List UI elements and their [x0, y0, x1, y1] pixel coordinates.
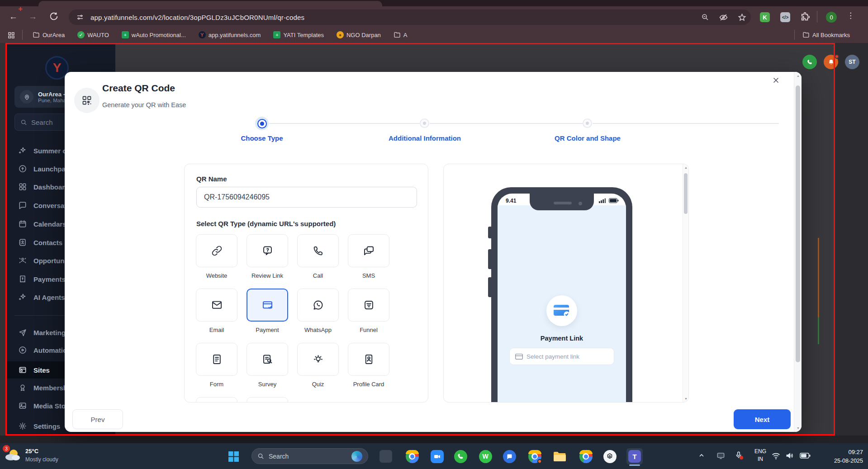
- qr-name-input[interactable]: [196, 187, 417, 208]
- qr-type-call[interactable]: [297, 234, 339, 267]
- taskbar-app-chatgpt[interactable]: [602, 448, 618, 464]
- url-text[interactable]: app.yatifunnels.com/v2/location/3opPGLDz…: [90, 14, 304, 21]
- password-eye-off-icon[interactable]: [719, 13, 728, 22]
- taskbar-app-chrome[interactable]: [404, 448, 420, 464]
- back-button[interactable]: ←: [9, 12, 18, 21]
- qr-type-label: Quiz: [297, 381, 339, 388]
- volume-icon[interactable]: [785, 452, 794, 460]
- taskbar-app-blue-messenger[interactable]: [501, 448, 517, 464]
- qr-type-payment[interactable]: [247, 289, 288, 322]
- next-button[interactable]: Next: [734, 409, 791, 429]
- forward-button[interactable]: →: [28, 12, 37, 21]
- bookmark-star-icon[interactable]: [738, 13, 746, 22]
- sidebar-item-label: Calendars: [33, 220, 66, 228]
- taskbar-search[interactable]: Search: [251, 448, 368, 464]
- step-1-indicator[interactable]: [255, 117, 269, 130]
- taskbar-app-teams[interactable]: T: [626, 448, 643, 464]
- bookmark-label: WAUTO: [87, 32, 109, 38]
- bookmark-ourarea[interactable]: OurArea: [33, 31, 65, 38]
- close-icon[interactable]: [769, 73, 783, 87]
- notifications-bell-icon[interactable]: [824, 55, 838, 69]
- browser-profile-avatar[interactable]: 0: [826, 12, 837, 23]
- search-icon: [20, 119, 27, 126]
- bookmark-app-yatifunnels-com[interactable]: Yapp.yatifunnels.com: [199, 31, 261, 38]
- scroll-down-icon[interactable]: ▼: [683, 397, 689, 400]
- payment-link-select[interactable]: Select payment link: [509, 348, 614, 365]
- reload-button[interactable]: [49, 11, 59, 21]
- qr-type-email[interactable]: [196, 289, 237, 322]
- scroll-down-icon[interactable]: ▼: [794, 426, 802, 430]
- tray-microphone-icon[interactable]: [735, 450, 743, 460]
- qr-type-whatsapp[interactable]: [297, 289, 339, 322]
- preview-scrollbar-thumb[interactable]: [684, 173, 688, 214]
- qr-type-website[interactable]: [196, 234, 237, 267]
- weather-temp[interactable]: 25°C: [25, 448, 38, 455]
- phone-mockup: 9.41 Pa: [491, 187, 632, 403]
- zoom-page-icon[interactable]: [701, 13, 709, 21]
- extension-code-icon[interactable]: </>: [780, 12, 790, 22]
- step-3-label[interactable]: QR Color and Shape: [555, 134, 621, 142]
- language-indicator[interactable]: ENG IN: [752, 448, 769, 464]
- step-1-label[interactable]: Choose Type: [241, 134, 283, 142]
- tray-chevron-icon[interactable]: [698, 452, 705, 459]
- profile-card-icon: [363, 353, 375, 365]
- taskbar-app-chrome-badged[interactable]: [526, 448, 543, 464]
- preview-scrollbar[interactable]: ▲ ▼: [683, 164, 688, 402]
- scroll-up-icon[interactable]: ▲: [683, 166, 689, 169]
- review-icon: [261, 245, 274, 257]
- form-icon: [211, 353, 223, 365]
- extension-k-icon[interactable]: K: [760, 12, 770, 22]
- call-header-icon[interactable]: [802, 55, 817, 69]
- launch-icon: [18, 164, 27, 173]
- qr-type-tile-partial[interactable]: [196, 397, 237, 403]
- taskbar-app-app-window[interactable]: [378, 448, 394, 464]
- phone-speaker: [554, 202, 572, 204]
- step-3-indicator[interactable]: [583, 118, 592, 128]
- qr-type-review-link[interactable]: [247, 234, 288, 267]
- taskbar-app-whatsapp[interactable]: [452, 448, 469, 464]
- card-icon: [515, 354, 523, 360]
- browser-active-tab[interactable]: [38, 1, 382, 6]
- tray-display-icon[interactable]: [716, 451, 725, 460]
- image-icon: [18, 401, 27, 410]
- qr-type-quiz[interactable]: [297, 343, 339, 376]
- qr-type-survey[interactable]: [247, 343, 288, 376]
- bookmark-wauto-promotional-[interactable]: +wAuto Promotional...: [122, 31, 186, 38]
- qr-type-funnel[interactable]: [348, 289, 389, 322]
- modal-title: Create QR Code: [102, 83, 175, 94]
- weather-condition[interactable]: Mostly cloudy: [25, 456, 58, 463]
- step-2-label[interactable]: Additional Information: [389, 134, 461, 142]
- qr-type-form[interactable]: [196, 343, 237, 376]
- modal-scrollbar[interactable]: ▲ ▼: [794, 72, 802, 432]
- bookmark-ngo-darpan[interactable]: ●NGO Darpan: [337, 31, 381, 38]
- extensions-puzzle-icon[interactable]: [800, 12, 811, 22]
- scroll-up-icon[interactable]: ▲: [794, 74, 802, 77]
- phone-volume-up-button: [488, 249, 492, 269]
- step-2-indicator[interactable]: [420, 118, 429, 128]
- qr-type-sms[interactable]: [348, 234, 389, 267]
- all-bookmarks-button[interactable]: All Bookmarks: [802, 30, 850, 40]
- prev-button[interactable]: Prev: [72, 409, 123, 429]
- status-bar-icons: [599, 198, 619, 203]
- taskbar-app-zoom[interactable]: [429, 448, 445, 464]
- sidebar-item-label: Contacts: [33, 239, 62, 246]
- user-avatar[interactable]: ST: [845, 55, 859, 69]
- wifi-icon[interactable]: [772, 452, 780, 460]
- clock-widget[interactable]: 09:27 25-08-2025: [814, 448, 863, 465]
- battery-icon[interactable]: [800, 453, 811, 459]
- apps-grid-icon[interactable]: [7, 31, 15, 39]
- modal-scrollbar-thumb[interactable]: [796, 85, 800, 362]
- site-settings-icon[interactable]: [76, 13, 84, 21]
- qr-type-tile-partial[interactable]: [247, 397, 288, 403]
- address-bar[interactable]: app.yatifunnels.com/v2/location/3opPGLDz…: [69, 9, 751, 25]
- browser-menu-icon[interactable]: ⋮: [847, 12, 854, 19]
- taskbar-app-file-explorer[interactable]: [551, 448, 567, 464]
- taskbar-app-whatsapp-business[interactable]: W: [477, 448, 493, 464]
- taskbar-app-chrome-alt[interactable]: [578, 448, 594, 464]
- qr-type-profile-card[interactable]: [348, 343, 389, 376]
- start-button[interactable]: [225, 448, 242, 464]
- bookmark-wauto[interactable]: ✓WAUTO: [77, 31, 109, 38]
- bookmark-a[interactable]: A: [394, 31, 408, 38]
- weather-widget-icon[interactable]: 3: [4, 447, 24, 465]
- bookmark-yati-templates[interactable]: +YATI Templates: [273, 31, 324, 38]
